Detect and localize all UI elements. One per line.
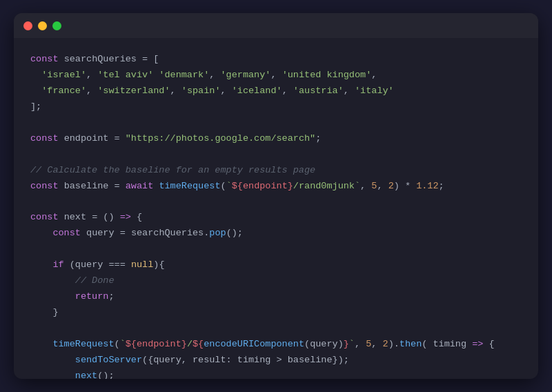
code-line-20: sendToServer({query, result: timing > ba…	[30, 353, 522, 369]
code-line-18	[30, 321, 522, 337]
code-line-11: const next = () => {	[30, 210, 522, 226]
code-line-21: next();	[30, 369, 522, 379]
code-editor: const searchQueries = [ 'israel', 'tel a…	[14, 38, 538, 379]
code-line-4: ];	[30, 99, 522, 115]
code-line-6: const endpoint = "https://photos.google.…	[30, 131, 522, 147]
code-line-14: if (query === null){	[30, 257, 522, 273]
code-line-10	[30, 194, 522, 210]
code-line-7	[30, 147, 522, 163]
minimize-button[interactable]	[38, 21, 47, 30]
titlebar	[14, 13, 538, 38]
code-line-8: // Calculate the baseline for an empty r…	[30, 163, 522, 179]
code-line-17: }	[30, 305, 522, 321]
code-line-3: 'france', 'switzerland', 'spain', 'icela…	[30, 84, 522, 99]
maximize-button[interactable]	[52, 21, 61, 30]
code-line-15: // Done	[30, 273, 522, 289]
code-line-2: 'israel', 'tel aviv' 'denmark', 'germany…	[30, 68, 522, 84]
code-line-9: const baseline = await timeRequest(`${en…	[30, 179, 522, 195]
code-line-13	[30, 242, 522, 257]
code-window: const searchQueries = [ 'israel', 'tel a…	[14, 13, 538, 379]
close-button[interactable]	[23, 21, 32, 30]
code-line-16: return;	[30, 289, 522, 305]
code-line-1: const searchQueries = [	[30, 52, 522, 68]
code-line-12: const query = searchQueries.pop();	[30, 226, 522, 242]
code-line-5	[30, 115, 522, 131]
code-line-19: timeRequest(`${endpoint}/${encodeURIComp…	[30, 337, 522, 353]
